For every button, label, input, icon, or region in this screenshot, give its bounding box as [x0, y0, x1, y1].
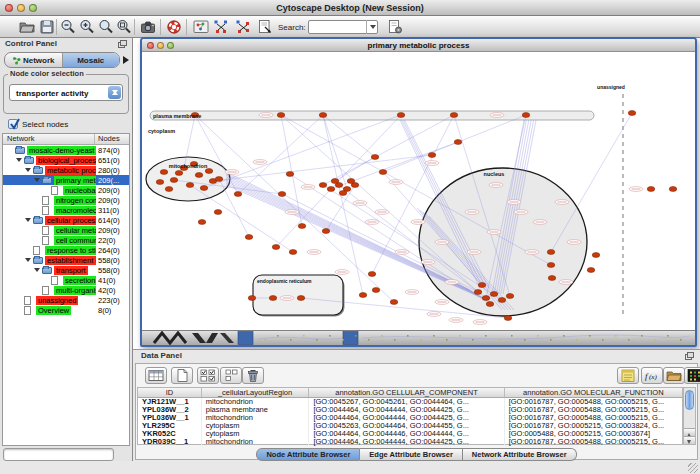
- scroll-down-button[interactable]: [684, 436, 695, 444]
- tree-row[interactable]: secretion41(0): [3, 275, 129, 285]
- select-all-attributes-button[interactable]: [197, 367, 219, 384]
- network-node[interactable]: [195, 173, 203, 178]
- network-node[interactable]: [277, 113, 285, 118]
- network-node[interactable]: [547, 250, 555, 255]
- network-node[interactable]: [198, 220, 206, 225]
- tab-edge-attribute-browser[interactable]: Edge Attribute Browser: [360, 448, 462, 461]
- network-node[interactable]: [269, 296, 277, 301]
- network-node[interactable]: [587, 268, 595, 273]
- network-node[interactable]: [347, 179, 355, 184]
- network-node[interactable]: [506, 294, 514, 299]
- table-row[interactable]: YPL036W__1mitochondrion[GO:0044464, GO:0…: [138, 414, 682, 422]
- network-node[interactable]: [186, 183, 194, 188]
- float-panel-icon[interactable]: [685, 352, 694, 360]
- expand-arrow-icon[interactable]: [34, 268, 40, 275]
- network-node[interactable]: [214, 210, 222, 215]
- table-scrollbar[interactable]: [683, 387, 696, 445]
- close-button[interactable]: [5, 4, 13, 12]
- tree-row[interactable]: mosaic-demo-yeast874(0): [3, 145, 129, 155]
- advanced-search-button[interactable]: [386, 18, 404, 36]
- tree-row[interactable]: nitrogen compo209(0): [3, 195, 129, 205]
- table-row[interactable]: YKR052Ccytoplasm[GO:0044464, GO:0044446,…: [138, 430, 682, 438]
- network-node[interactable]: [478, 283, 486, 288]
- network-node[interactable]: [547, 263, 555, 268]
- new-attribute-button[interactable]: [171, 367, 193, 384]
- network-node[interactable]: [372, 288, 380, 293]
- network-node[interactable]: [669, 187, 677, 192]
- table-column-header[interactable]: annotation.GO CELLULAR_COMPONENT: [309, 388, 504, 397]
- network-node[interactable]: [504, 316, 512, 321]
- network-node[interactable]: [359, 293, 367, 298]
- delete-attribute-button[interactable]: [242, 367, 264, 384]
- network-node[interactable]: [298, 224, 306, 229]
- tree-row[interactable]: response to stimulu264(0): [3, 245, 129, 255]
- attribute-select-button[interactable]: [145, 367, 167, 384]
- float-panel-icon[interactable]: [118, 40, 127, 48]
- network-node[interactable]: [278, 192, 286, 197]
- search-dropdown-arrow[interactable]: [366, 20, 378, 34]
- function-builder-button[interactable]: f(x): [641, 367, 663, 384]
- tree-row[interactable]: primary metabo209(...: [3, 175, 129, 185]
- scrollbar-thumb[interactable]: [685, 390, 694, 410]
- network-node[interactable]: [319, 113, 327, 118]
- network-view-titlebar[interactable]: primary metabolic process: [142, 39, 695, 52]
- expand-arrow-icon[interactable]: [25, 258, 31, 265]
- network-node[interactable]: [322, 229, 330, 234]
- table-column-header[interactable]: annotation.GO MOLECULAR_FUNCTION: [505, 388, 682, 397]
- network-node[interactable]: [245, 235, 253, 240]
- network-node[interactable]: [368, 272, 376, 277]
- network-node[interactable]: [286, 172, 294, 177]
- table-column-header[interactable]: _cellularLayoutRegion: [202, 388, 310, 397]
- network-node[interactable]: [486, 302, 494, 307]
- tree-column-nodes[interactable]: Nodes: [95, 134, 129, 144]
- expand-arrow-icon[interactable]: [34, 178, 40, 185]
- network-node[interactable]: [215, 177, 223, 182]
- more-tabs-arrow[interactable]: [123, 56, 133, 64]
- zoom-out-button[interactable]: [59, 18, 77, 36]
- network-canvas[interactable]: plasma membranecytoplasmmitochondrionnuc…: [142, 52, 695, 330]
- apply-layout-a-button[interactable]: [212, 18, 230, 36]
- view-close-button[interactable]: [147, 42, 154, 49]
- network-view-window[interactable]: primary metabolic process plasma membran…: [140, 37, 697, 347]
- notes-button[interactable]: [617, 367, 639, 384]
- tab-node-attribute-browser[interactable]: Node Attribute Browser: [256, 448, 360, 461]
- tree-row[interactable]: macromolecule311(0): [3, 205, 129, 215]
- attribute-matrix-button[interactable]: [684, 367, 700, 384]
- node-color-dropdown[interactable]: transporter activity: [9, 84, 123, 101]
- network-node[interactable]: [272, 245, 280, 250]
- network-node[interactable]: [170, 178, 178, 183]
- network-node[interactable]: [156, 180, 164, 185]
- zoom-selected-button[interactable]: [97, 18, 115, 36]
- network-node[interactable]: [548, 276, 556, 281]
- scroll-up-button[interactable]: [684, 428, 695, 436]
- tree-row[interactable]: cell communicat22(0): [3, 235, 129, 245]
- tree-row[interactable]: nucleobase-209(0): [3, 185, 129, 195]
- tree-row[interactable]: multi-organism pro42(0): [3, 285, 129, 295]
- tree-row[interactable]: metabolic process280(0): [3, 165, 129, 175]
- network-node[interactable]: [592, 253, 600, 258]
- table-row[interactable]: YJR121W__1mitochondrion[GO:0045267, GO:0…: [138, 398, 682, 406]
- zoom-window-button[interactable]: [29, 4, 37, 12]
- tree-row[interactable]: biological_process651(0): [3, 155, 129, 165]
- network-node[interactable]: [454, 140, 462, 145]
- network-node[interactable]: [234, 192, 242, 197]
- network-node[interactable]: [175, 171, 183, 176]
- network-node[interactable]: [289, 250, 297, 255]
- apply-layout-b-button[interactable]: [234, 18, 252, 36]
- help-button[interactable]: [165, 18, 183, 36]
- network-node[interactable]: [327, 187, 335, 192]
- network-node[interactable]: [490, 292, 498, 297]
- tree-row[interactable]: cellular metabo209(0): [3, 225, 129, 235]
- import-attributes-button[interactable]: [663, 367, 685, 384]
- zoom-in-button[interactable]: [78, 18, 96, 36]
- network-node[interactable]: [647, 187, 655, 192]
- network-overview-button[interactable]: [192, 18, 210, 36]
- network-node[interactable]: [331, 179, 339, 184]
- network-node[interactable]: [450, 113, 458, 118]
- annotation-button[interactable]: [256, 18, 274, 36]
- tree-row[interactable]: unassigned223(0): [3, 295, 129, 305]
- expand-arrow-icon[interactable]: [16, 158, 22, 165]
- resize-grip[interactable]: [688, 463, 698, 473]
- table-row[interactable]: YPL036W__2plasma membrane[GO:0044464, GO…: [138, 406, 682, 414]
- zoom-fit-button[interactable]: [115, 18, 133, 36]
